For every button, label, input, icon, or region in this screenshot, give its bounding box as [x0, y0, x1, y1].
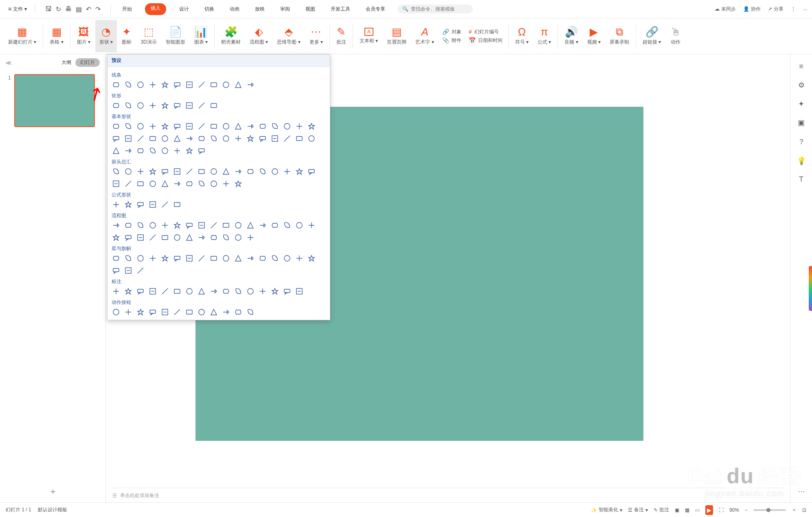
- shape-actions-5[interactable]: [173, 308, 182, 317]
- tab-slideshow[interactable]: 放映: [252, 3, 267, 15]
- shape-arrows-2[interactable]: [136, 167, 145, 176]
- shape-basic-26[interactable]: [222, 134, 230, 143]
- shape-equation-1[interactable]: [124, 200, 133, 209]
- header-footer-button[interactable]: ▤页眉页脚: [383, 20, 410, 52]
- shape-flow-14[interactable]: [283, 221, 292, 230]
- shape-arrows-27[interactable]: [234, 179, 243, 188]
- shape-equation-2[interactable]: [136, 200, 145, 209]
- file-menu[interactable]: ≡文件▾: [4, 4, 31, 14]
- shape-lines-9[interactable]: [222, 80, 230, 89]
- shape-basic-7[interactable]: [197, 122, 206, 131]
- shape-callouts-13[interactable]: [270, 287, 279, 296]
- shape-arrows-16[interactable]: [307, 167, 316, 176]
- hyperlink-button[interactable]: 🔗超链接 ▾: [639, 20, 665, 52]
- shape-arrows-4[interactable]: [160, 167, 169, 176]
- shape-basic-31[interactable]: [283, 134, 292, 143]
- shape-equation-4[interactable]: [160, 200, 169, 209]
- shape-basic-15[interactable]: [295, 122, 304, 131]
- shape-lines-7[interactable]: [197, 80, 206, 89]
- shape-stars-19[interactable]: [136, 266, 145, 275]
- shape-basic-11[interactable]: [246, 122, 255, 131]
- shape-callouts-6[interactable]: [185, 287, 194, 296]
- shape-arrows-17[interactable]: [112, 179, 121, 188]
- shape-basic-35[interactable]: [124, 146, 133, 155]
- shape-arrows-15[interactable]: [295, 167, 304, 176]
- shape-stars-0[interactable]: [112, 254, 121, 263]
- slides-tab[interactable]: 幻灯片: [75, 58, 100, 67]
- shape-callouts-4[interactable]: [160, 287, 169, 296]
- shape-flow-3[interactable]: [148, 221, 157, 230]
- shape-stars-15[interactable]: [295, 254, 304, 263]
- shape-flow-8[interactable]: [209, 221, 218, 230]
- shape-arrows-26[interactable]: [222, 179, 230, 188]
- shape-arrows-22[interactable]: [173, 179, 182, 188]
- zoom-in-icon[interactable]: ＋: [792, 506, 797, 513]
- shape-flow-9[interactable]: [222, 221, 230, 230]
- flowchart-button[interactable]: ⬖流程图 ▾: [246, 20, 272, 52]
- shape-actions-3[interactable]: [148, 308, 157, 317]
- shape-arrows-21[interactable]: [160, 179, 169, 188]
- fit-icon[interactable]: ⛶: [719, 507, 724, 513]
- shape-flow-26[interactable]: [222, 233, 230, 242]
- star-icon[interactable]: ✦: [798, 99, 804, 108]
- shape-basic-25[interactable]: [209, 134, 218, 143]
- shape-flow-28[interactable]: [246, 233, 255, 242]
- formula-button[interactable]: π公式 ▾: [533, 20, 555, 52]
- docer-button[interactable]: 🧩稻壳素材: [217, 20, 245, 52]
- add-slide-button[interactable]: ＋: [48, 485, 57, 497]
- shape-basic-21[interactable]: [160, 134, 169, 143]
- shape-stars-11[interactable]: [246, 254, 255, 263]
- shape-actions-10[interactable]: [234, 308, 243, 317]
- shape-basic-1[interactable]: [124, 122, 133, 131]
- audio-button[interactable]: 🔊音频 ▾: [560, 20, 582, 52]
- collapse-pane-icon[interactable]: ≪: [6, 59, 12, 66]
- slide-preview[interactable]: [14, 74, 95, 127]
- shape-stars-8[interactable]: [209, 254, 218, 263]
- more-menu-icon[interactable]: ⋮: [791, 6, 796, 12]
- shape-arrows-0[interactable]: [112, 167, 121, 176]
- shape-actions-9[interactable]: [222, 308, 230, 317]
- undo-icon[interactable]: ↶: [86, 5, 91, 13]
- shape-flow-25[interactable]: [209, 233, 218, 242]
- shape-lines-0[interactable]: [112, 80, 121, 89]
- shape-callouts-5[interactable]: [173, 287, 182, 296]
- tab-review[interactable]: 审阅: [278, 3, 292, 15]
- shape-rects-6[interactable]: [185, 101, 194, 110]
- collapse-ribbon-icon[interactable]: ︿: [803, 6, 808, 13]
- notes-pane[interactable]: ☰ 单击此处添加备注: [112, 488, 783, 500]
- shape-basic-16[interactable]: [307, 122, 316, 131]
- screen-record-button[interactable]: ⧉屏幕录制: [606, 20, 633, 52]
- shape-rects-1[interactable]: [124, 101, 133, 110]
- datetime-button[interactable]: 📅日期和时间: [469, 37, 503, 44]
- chart-button[interactable]: 📊图表 ▾: [190, 20, 212, 52]
- shape-basic-17[interactable]: [112, 134, 121, 143]
- shape-basic-24[interactable]: [197, 134, 206, 143]
- object-button[interactable]: 🔗对象: [442, 29, 461, 35]
- shape-stars-4[interactable]: [160, 254, 169, 263]
- new-slide-button[interactable]: ▦新建幻灯片 ▾: [4, 20, 40, 52]
- shape-callouts-15[interactable]: [295, 287, 304, 296]
- shape-arrows-9[interactable]: [222, 167, 230, 176]
- color-strip[interactable]: [809, 266, 812, 311]
- shape-rects-5[interactable]: [173, 101, 182, 110]
- shape-stars-14[interactable]: [283, 254, 292, 263]
- shape-basic-36[interactable]: [136, 146, 145, 155]
- shape-flow-0[interactable]: [112, 221, 121, 230]
- shape-basic-41[interactable]: [197, 146, 206, 155]
- tab-member[interactable]: 会员专享: [363, 3, 388, 15]
- shape-basic-12[interactable]: [258, 122, 267, 131]
- comment-button[interactable]: ✎批注: [332, 20, 350, 52]
- shape-callouts-12[interactable]: [258, 287, 267, 296]
- notes-toggle[interactable]: ☰备注▾: [628, 506, 648, 513]
- shape-callouts-0[interactable]: [112, 287, 121, 296]
- wordart-button[interactable]: A艺术字 ▾: [411, 20, 438, 52]
- command-search[interactable]: 🔍: [397, 4, 473, 13]
- shape-stars-1[interactable]: [124, 254, 133, 263]
- mindmap-button[interactable]: ⬘思维导图 ▾: [273, 20, 304, 52]
- shape-flow-1[interactable]: [124, 221, 133, 230]
- shape-rects-4[interactable]: [160, 101, 169, 110]
- shape-rects-2[interactable]: [136, 101, 145, 110]
- shape-basic-28[interactable]: [246, 134, 255, 143]
- shape-basic-39[interactable]: [173, 146, 182, 155]
- preview-icon[interactable]: ▤: [76, 5, 82, 13]
